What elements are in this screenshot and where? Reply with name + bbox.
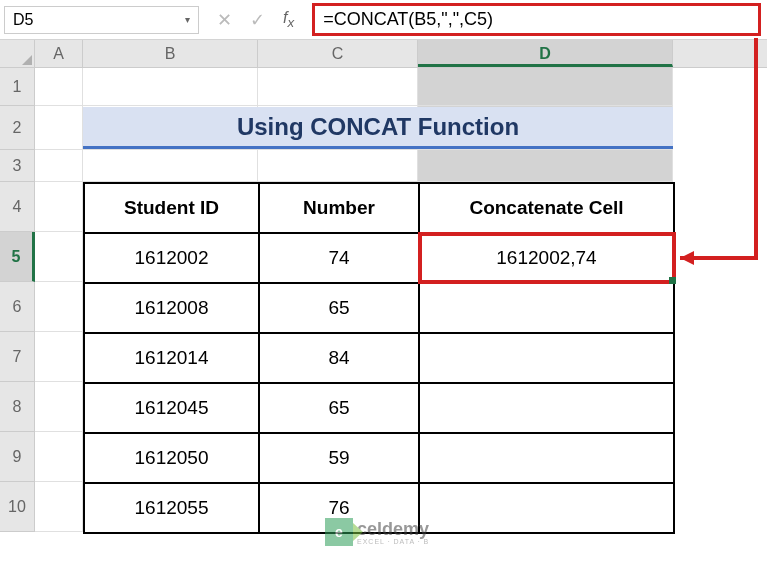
name-box[interactable]: D5 ▾ [4,6,199,34]
row-header-6[interactable]: 6 [0,282,35,332]
cell-b8[interactable]: 1612045 [84,383,259,433]
fx-controls: ✕ ✓ fx [199,9,312,31]
col-header-a[interactable]: A [35,40,83,67]
cell-c9[interactable]: 59 [259,433,419,483]
header-concatenate[interactable]: Concatenate Cell [419,183,674,233]
name-box-value: D5 [13,11,33,29]
cell-c7[interactable]: 84 [259,333,419,383]
cell-b6[interactable]: 1612008 [84,283,259,333]
row-header-5[interactable]: 5 [0,232,35,282]
select-all-corner[interactable] [0,40,35,67]
cell-b10[interactable]: 1612055 [84,483,259,533]
page-title: Using CONCAT Function [83,107,673,149]
table-row: 1612050 59 [84,433,674,483]
cell-b7[interactable]: 1612014 [84,333,259,383]
data-table: Student ID Number Concatenate Cell 16120… [83,182,675,534]
cancel-icon[interactable]: ✕ [217,9,232,31]
row-header-2[interactable]: 2 [0,106,35,150]
cells-area[interactable]: Using CONCAT Function Student ID Number … [35,68,767,532]
table-row: 1612014 84 [84,333,674,383]
cell-b5[interactable]: 1612002 [84,233,259,283]
row-header-7[interactable]: 7 [0,332,35,382]
cell-d8[interactable] [419,383,674,433]
cell-d10[interactable] [419,483,674,533]
col-header-c[interactable]: C [258,40,418,67]
table-row: 1612002 74 1612002,74 [84,233,674,283]
row-headers: 1 2 3 4 5 6 7 8 9 10 [0,68,35,532]
formula-input[interactable]: =CONCAT(B5,",",C5) [312,3,761,36]
cell-c5[interactable]: 74 [259,233,419,283]
cell-d7[interactable] [419,333,674,383]
formula-text: =CONCAT(B5,",",C5) [323,9,493,29]
confirm-icon[interactable]: ✓ [250,9,265,31]
watermark-sub: EXCEL · DATA · B [357,538,429,545]
header-student-id[interactable]: Student ID [84,183,259,233]
table-row: 1612045 65 [84,383,674,433]
watermark-main: celdemy [357,520,429,538]
logo-icon: e [325,518,353,546]
cell-c8[interactable]: 65 [259,383,419,433]
row-header-9[interactable]: 9 [0,432,35,482]
col-header-b[interactable]: B [83,40,258,67]
fx-icon[interactable]: fx [283,9,294,30]
table-header-row: Student ID Number Concatenate Cell [84,183,674,233]
formula-bar-row: D5 ▾ ✕ ✓ fx =CONCAT(B5,",",C5) [0,0,767,40]
table-row: 1612008 65 [84,283,674,333]
row-header-8[interactable]: 8 [0,382,35,432]
cell-d6[interactable] [419,283,674,333]
row-header-4[interactable]: 4 [0,182,35,232]
watermark-logo: e celdemy EXCEL · DATA · B [325,518,429,546]
cell-b9[interactable]: 1612050 [84,433,259,483]
column-headers: A B C D [0,40,767,68]
grid-body: 1 2 3 4 5 6 7 8 9 10 Using CONCAT Functi… [0,68,767,532]
col-header-d[interactable]: D [418,40,673,67]
cell-d5[interactable]: 1612002,74 [419,233,674,283]
chevron-down-icon[interactable]: ▾ [185,14,190,25]
cell-c6[interactable]: 65 [259,283,419,333]
row-header-10[interactable]: 10 [0,482,35,532]
row-header-1[interactable]: 1 [0,68,35,106]
row-header-3[interactable]: 3 [0,150,35,182]
cell-d9[interactable] [419,433,674,483]
header-number[interactable]: Number [259,183,419,233]
